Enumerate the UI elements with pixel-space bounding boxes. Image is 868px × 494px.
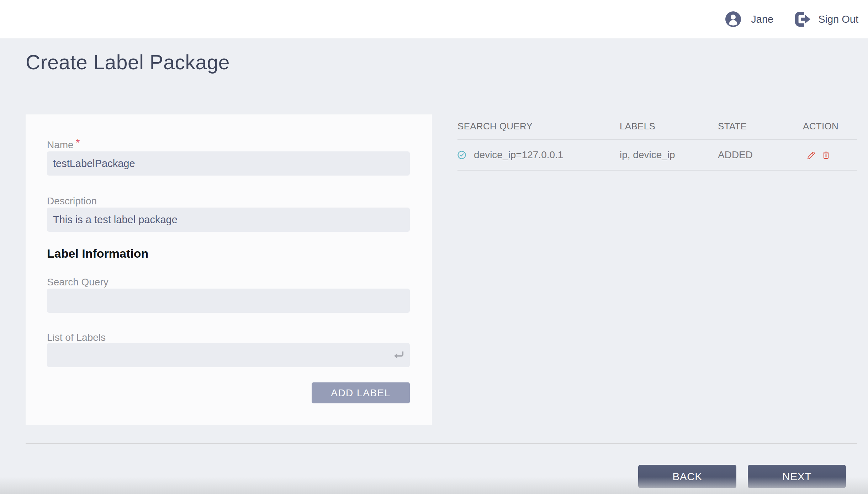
create-label-package-page: Jane Sign Out Create Label Package Name*… — [0, 0, 868, 494]
required-asterisk: * — [76, 136, 80, 148]
state-cell: ADDED — [718, 149, 803, 161]
sign-out-label[interactable]: Sign Out — [818, 14, 858, 25]
list-of-labels-input[interactable] — [47, 343, 410, 367]
delete-trash-icon[interactable] — [821, 150, 831, 160]
add-label-button[interactable]: ADD LABEL — [312, 382, 410, 403]
next-button[interactable]: NEXT — [748, 465, 846, 488]
labels-table-header: SEARCH QUERY LABELS STATE ACTION — [457, 122, 857, 140]
enter-key-icon — [393, 350, 405, 360]
col-header-action: ACTION — [803, 122, 857, 131]
bottom-edge-fade — [0, 477, 868, 494]
search-query-label: Search Query — [47, 276, 108, 288]
label-information-heading: Label Information — [47, 247, 148, 261]
search-query-input[interactable] — [47, 289, 410, 313]
user-name[interactable]: Jane — [751, 14, 773, 25]
labels-cell: ip, device_ip — [620, 149, 718, 161]
user-avatar-icon — [725, 11, 741, 27]
description-label: Description — [47, 195, 97, 207]
sign-out-icon[interactable] — [795, 12, 811, 27]
footer-divider — [26, 443, 857, 444]
description-input[interactable] — [47, 208, 410, 232]
check-circle-icon — [457, 151, 466, 159]
col-header-labels: LABELS — [620, 122, 718, 131]
back-button[interactable]: BACK — [638, 465, 736, 488]
page-title: Create Label Package — [26, 50, 230, 74]
name-input[interactable] — [47, 151, 410, 176]
name-label: Name* — [47, 136, 80, 151]
list-of-labels-label: List of Labels — [47, 332, 106, 343]
search-query-value: device_ip=127.0.0.1 — [474, 149, 563, 161]
search-query-cell: device_ip=127.0.0.1 — [457, 149, 620, 161]
action-cell — [803, 150, 857, 160]
label-package-form-card: Name* Description Label Information Sear… — [26, 114, 432, 425]
table-row: device_ip=127.0.0.1 ip, device_ip ADDED — [457, 140, 857, 171]
col-header-state: STATE — [718, 122, 803, 131]
edit-pencil-icon[interactable] — [807, 150, 816, 160]
col-header-search-query: SEARCH QUERY — [457, 122, 620, 131]
top-header-bar: Jane Sign Out — [0, 0, 868, 38]
labels-table: SEARCH QUERY LABELS STATE ACTION device_… — [457, 122, 857, 171]
